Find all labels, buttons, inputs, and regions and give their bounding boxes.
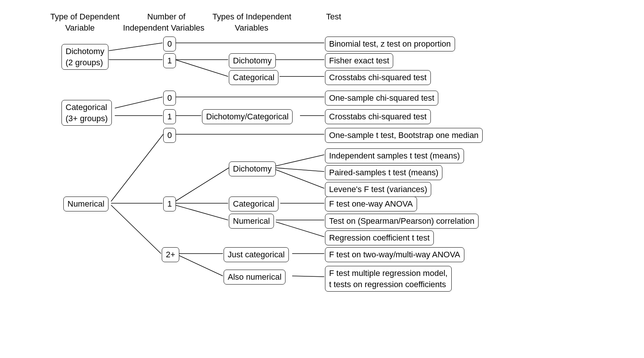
svg-line-26 bbox=[179, 255, 223, 276]
node-test-crosstabs-2: Crosstabs chi-squared test bbox=[325, 109, 431, 124]
node-iv-numerical: Numerical bbox=[229, 214, 274, 229]
node-dv-categorical: Categorical (3+ groups) bbox=[61, 100, 112, 126]
node-test-binomial: Binomial test, z test on proportion bbox=[325, 37, 455, 51]
node-test-multiple-regression-line2: t tests on regression coefficients bbox=[329, 280, 446, 289]
node-count-2plus-numerical: 2+ bbox=[162, 247, 179, 262]
svg-line-7 bbox=[115, 97, 162, 108]
svg-line-16 bbox=[175, 168, 229, 201]
svg-line-28 bbox=[292, 276, 324, 277]
node-iv-dichotomy-1: Dichotomy bbox=[229, 53, 276, 68]
node-test-levene: Levene's F test (variances) bbox=[325, 182, 431, 197]
node-dv-categorical-line2: (3+ groups) bbox=[66, 114, 108, 123]
svg-line-4 bbox=[175, 60, 228, 76]
node-test-multiple-regression-line1: F test multiple regression model, bbox=[329, 268, 448, 278]
node-dv-dichotomy: Dichotomy (2 groups) bbox=[61, 44, 108, 70]
node-test-correlation: Test on (Spearman/Pearson) correlation bbox=[325, 214, 479, 229]
node-iv-also-numerical: Also numerical bbox=[224, 270, 285, 285]
node-test-paired-t: Paired-samples t test (means) bbox=[325, 165, 442, 180]
node-dv-categorical-line1: Categorical bbox=[66, 103, 107, 112]
header-dependent-variable-line1: Type of Dependent bbox=[50, 11, 120, 22]
svg-line-24 bbox=[276, 222, 324, 237]
svg-line-18 bbox=[175, 205, 228, 220]
svg-line-21 bbox=[276, 170, 324, 188]
node-test-independent-t: Independent samples t test (means) bbox=[325, 148, 464, 163]
node-dv-dichotomy-line2: (2 groups) bbox=[66, 58, 103, 67]
node-test-multiple-regression: F test multiple regression model, t test… bbox=[325, 266, 452, 292]
node-iv-categorical-1: Categorical bbox=[229, 70, 278, 85]
node-count-0-numerical: 0 bbox=[163, 128, 176, 143]
node-count-1-categorical: 1 bbox=[163, 109, 176, 124]
node-iv-dichotomy-2: Dichotomy bbox=[229, 161, 276, 176]
node-count-1-numerical: 1 bbox=[163, 197, 176, 211]
node-test-crosstabs-1: Crosstabs chi-squared test bbox=[325, 70, 431, 85]
header-type-independent-line1: Types of Independent bbox=[212, 11, 291, 22]
node-test-anova-multiway: F test on two-way/multi-way ANOVA bbox=[325, 247, 464, 262]
header-type-independent-line2: Variables bbox=[235, 22, 268, 34]
header-num-independent-line2: Independent Variables bbox=[123, 22, 205, 34]
node-dv-dichotomy-line1: Dichotomy bbox=[66, 47, 104, 56]
node-iv-categorical-2: Categorical bbox=[229, 197, 278, 211]
node-iv-dich-categorical: Dichotomy/Categorical bbox=[202, 109, 293, 124]
node-iv-just-categorical: Just categorical bbox=[224, 247, 289, 262]
node-test-anova-oneway: F test one-way ANOVA bbox=[325, 197, 417, 211]
node-test-fisher: Fisher exact test bbox=[325, 53, 393, 68]
node-test-regression-coef: Regression coefficient t test bbox=[325, 230, 434, 245]
header-dependent-variable-line2: Variable bbox=[65, 22, 95, 34]
svg-line-14 bbox=[111, 205, 161, 254]
node-dv-numerical: Numerical bbox=[63, 197, 108, 211]
node-count-0-categorical: 0 bbox=[163, 91, 176, 106]
header-test: Test bbox=[326, 11, 341, 22]
svg-line-19 bbox=[276, 155, 324, 166]
diagram-stage: Type of Dependent Variable Number of Ind… bbox=[0, 0, 644, 358]
node-test-one-sample-t: One-sample t test, Bootstrap one median bbox=[325, 128, 483, 143]
node-count-1-dichotomy: 1 bbox=[163, 53, 176, 68]
svg-line-20 bbox=[276, 168, 324, 172]
header-num-independent-line1: Number of bbox=[147, 11, 186, 22]
node-test-one-sample-chi: One-sample chi-squared test bbox=[325, 91, 438, 106]
svg-line-12 bbox=[111, 134, 163, 201]
svg-line-0 bbox=[109, 43, 162, 51]
node-count-0-dichotomy: 0 bbox=[163, 37, 176, 51]
